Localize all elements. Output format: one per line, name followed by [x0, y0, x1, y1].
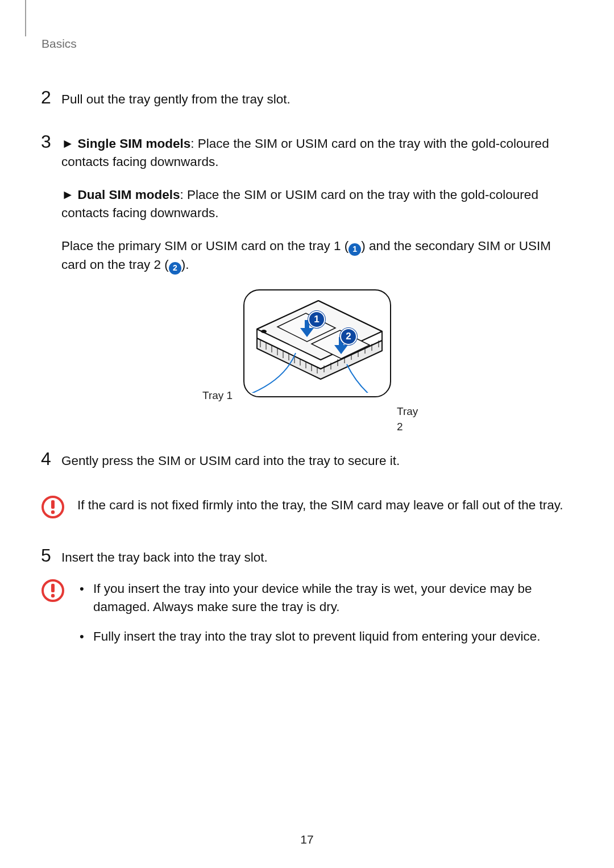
caution-body: If the card is not fixed firmly into the… — [77, 494, 573, 514]
step-text-placement: Place the primary SIM or USIM card on th… — [61, 237, 573, 275]
step-number: 3 — [41, 132, 61, 151]
sim-marker-1-icon: 1 — [349, 243, 361, 256]
caution-bullet-list: If you insert the tray into your device … — [77, 580, 573, 646]
caution-text: If the card is not fixed firmly into the… — [77, 496, 573, 514]
sim-marker-2-icon: 2 — [169, 262, 181, 275]
step-text: Insert the tray back into the tray slot. — [61, 549, 573, 567]
sim-tray-figure: 1 2 Tray 1 Tray 2 — [243, 289, 391, 397]
step-body: Insert the tray back into the tray slot. — [61, 546, 573, 567]
step-text: Pull out the tray gently from the tray s… — [61, 90, 573, 109]
caution-icon-wrap — [41, 578, 77, 605]
step-text-single: ► Single SIM models: Place the SIM or US… — [61, 135, 573, 171]
arrow-icon: ► — [61, 188, 74, 202]
header-rule — [25, 0, 26, 36]
caution-2: If you insert the tray into your device … — [41, 578, 573, 657]
step-5: 5 Insert the tray back into the tray slo… — [41, 546, 573, 567]
step-body: Gently press the SIM or USIM card into t… — [61, 450, 573, 470]
caution-bullet: Fully insert the tray into the tray slot… — [93, 628, 573, 646]
svg-rect-22 — [51, 500, 55, 509]
step-text-dual: ► Dual SIM models: Place the SIM or USIM… — [61, 186, 573, 222]
tray2-label: Tray 2 — [397, 404, 418, 435]
step-body: Pull out the tray gently from the tray s… — [61, 88, 573, 109]
text-span: Place the primary SIM or USIM card on th… — [61, 239, 349, 253]
step-text: Gently press the SIM or USIM card into t… — [61, 452, 573, 470]
svg-point-26 — [51, 594, 55, 597]
svg-point-23 — [51, 510, 55, 513]
page-number: 17 — [0, 833, 614, 846]
figure-marker-1-icon: 1 — [308, 311, 325, 328]
figure-box: 1 2 — [243, 289, 391, 397]
bold-label: Single SIM models — [78, 136, 191, 151]
steps-list: 2 Pull out the tray gently from the tray… — [41, 88, 573, 657]
step-number: 4 — [41, 450, 61, 468]
step-number: 5 — [41, 546, 61, 564]
tray1-label: Tray 1 — [202, 388, 233, 404]
caution-bullet: If you insert the tray into your device … — [93, 580, 573, 616]
caution-icon-wrap — [41, 494, 77, 521]
svg-point-20 — [261, 330, 267, 333]
figure-wrap: 1 2 Tray 1 Tray 2 — [61, 289, 573, 426]
figure-marker-2-icon: 2 — [340, 328, 357, 345]
section-header: Basics — [41, 18, 573, 51]
step-4: 4 Gently press the SIM or USIM card into… — [41, 450, 573, 470]
arrow-icon: ► — [61, 136, 74, 151]
caution-body: If you insert the tray into your device … — [77, 578, 573, 657]
text-span: ). — [181, 258, 189, 272]
step-2: 2 Pull out the tray gently from the tray… — [41, 88, 573, 109]
bold-label: Dual SIM models — [78, 188, 180, 202]
svg-rect-25 — [51, 584, 55, 592]
step-3: 3 ► Single SIM models: Place the SIM or … — [41, 132, 573, 426]
step-body: ► Single SIM models: Place the SIM or US… — [61, 132, 573, 426]
caution-1: If the card is not fixed firmly into the… — [41, 494, 573, 521]
page: Basics 2 Pull out the tray gently from t… — [0, 0, 614, 868]
caution-icon — [41, 495, 65, 519]
caution-icon — [41, 579, 65, 603]
step-number: 2 — [41, 88, 61, 106]
